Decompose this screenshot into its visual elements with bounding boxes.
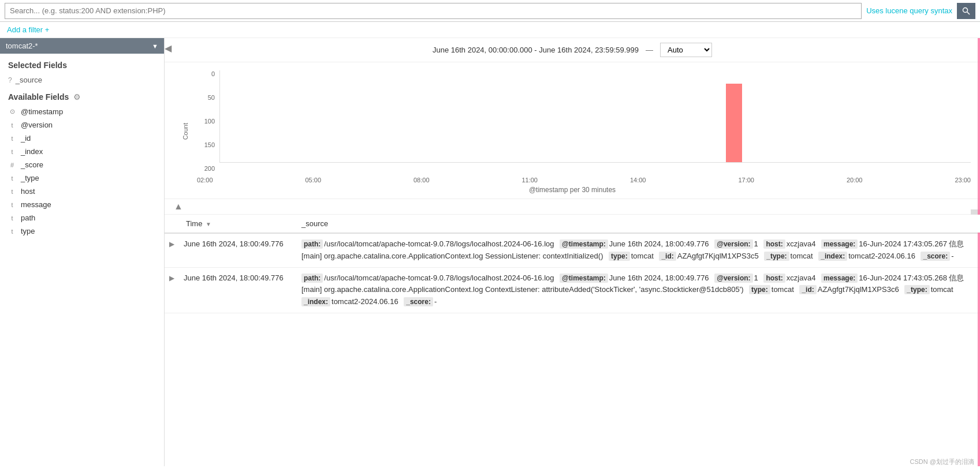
source-col-header: _source xyxy=(295,215,980,233)
field-label: @timestamp: xyxy=(560,239,608,249)
field-item-host[interactable]: thost xyxy=(0,185,164,198)
field-item-_index[interactable]: t_index xyxy=(0,145,164,158)
time-cell: June 16th 2024, 18:00:49.776 xyxy=(179,233,295,267)
lucene-link[interactable]: Uses lucene query syntax xyxy=(866,6,952,15)
field-label: _score: xyxy=(404,297,433,306)
field-type-badge: t xyxy=(8,122,16,129)
results-area[interactable]: Time ▼ _source ▶June 16th 2024, 18:00:49… xyxy=(165,215,980,466)
field-item-@timestamp[interactable]: ⊙@timestamp xyxy=(0,105,164,118)
field-label: @version: xyxy=(714,239,752,249)
field-value: tomcat2-2024.06.16 xyxy=(331,297,400,306)
chart-x-axis: 02:0005:0008:0011:0014:0017:0020:0023:00 xyxy=(197,174,971,183)
table-row: ▶June 16th 2024, 18:00:49.776path:/usr/l… xyxy=(165,233,980,267)
field-label: host: xyxy=(763,274,785,283)
fields-list: ⊙@timestampt@versiont_idt_index#_scoret_… xyxy=(0,105,164,238)
expand-row-button[interactable]: ▶ xyxy=(169,274,174,282)
available-fields-header: Available Fields ⚙ xyxy=(0,87,164,105)
time-col-header[interactable]: Time ▼ xyxy=(179,215,295,233)
field-value: AZAgfgt7KjqlM1XPS3c6 xyxy=(818,285,901,294)
field-value: /usr/local/tomcat/apache-tomcat-9.0.78/l… xyxy=(324,239,556,248)
y-axis-label: Count xyxy=(182,123,189,140)
svg-point-0 xyxy=(963,8,968,12)
source-cell: path:/usr/local/tomcat/apache-tomcat-9.0… xyxy=(295,233,980,267)
field-type-badge: ⊙ xyxy=(8,108,16,115)
main-layout: tomcat2-* ▼ Selected Fields ? _source Av… xyxy=(0,38,980,466)
expand-row-button[interactable]: ▶ xyxy=(169,240,174,248)
bar xyxy=(726,84,741,162)
field-value: 1 xyxy=(754,274,761,282)
field-label: @timestamp: xyxy=(560,274,608,283)
bar-column xyxy=(726,84,741,162)
x-axis-label: 23:00 xyxy=(955,177,971,183)
field-name-label: path xyxy=(21,213,35,222)
field-label: _index: xyxy=(818,252,847,261)
filter-bar: Add a filter + xyxy=(0,22,980,38)
watermark: CSDN @划过手的泪滴 xyxy=(910,458,974,466)
field-label: _score: xyxy=(921,252,950,261)
field-name-label: _type xyxy=(21,174,39,182)
field-value: xczjava4 xyxy=(787,239,818,248)
field-item-type[interactable]: ttype xyxy=(0,224,164,238)
search-input[interactable] xyxy=(5,3,862,19)
field-label: path: xyxy=(301,274,323,283)
field-value: tomcat2-2024.06.16 xyxy=(848,252,917,260)
source-cell: path:/usr/local/tomcat/apache-tomcat-9.0… xyxy=(295,267,980,313)
collapse-sidebar-button[interactable]: ◀ xyxy=(165,43,172,54)
expand-col-header xyxy=(165,215,179,233)
field-type-badge: # xyxy=(8,162,16,168)
field-value: tomcat xyxy=(791,252,815,260)
time-cell: June 16th 2024, 18:00:49.776 xyxy=(179,267,295,313)
add-filter-link[interactable]: Add a filter + xyxy=(7,25,49,34)
chart-bars-area xyxy=(219,70,971,163)
content-area: ◀ June 16th 2024, 00:00:00.000 - June 16… xyxy=(165,38,980,466)
field-type-badge: t xyxy=(8,188,16,195)
field-label: _type: xyxy=(764,252,789,261)
gear-icon[interactable]: ⚙ xyxy=(73,92,81,102)
collapse-histogram-button[interactable]: ▲ xyxy=(174,201,183,212)
field-name-label: @version xyxy=(21,121,53,129)
x-axis-label: 02:00 xyxy=(197,177,213,183)
field-item-_id[interactable]: t_id xyxy=(0,132,164,145)
index-name: tomcat2-* xyxy=(6,42,38,50)
field-value: tomcat xyxy=(931,285,953,294)
collapse-histogram-bar: ▲ xyxy=(165,199,980,215)
field-name-label: host xyxy=(21,187,35,196)
index-selector[interactable]: tomcat2-* ▼ xyxy=(0,38,164,54)
question-mark-icon: ? xyxy=(8,76,12,84)
search-button[interactable] xyxy=(957,3,975,19)
field-item-path[interactable]: tpath xyxy=(0,211,164,224)
source-field-item[interactable]: ? _source xyxy=(0,73,164,87)
field-label: _type: xyxy=(904,285,929,294)
svg-line-1 xyxy=(967,12,970,14)
field-name-label: type xyxy=(21,227,35,235)
x-axis-label: 20:00 xyxy=(847,177,863,183)
field-item-_type[interactable]: t_type xyxy=(0,171,164,185)
sort-icon: ▼ xyxy=(206,221,211,227)
x-axis-label: 14:00 xyxy=(630,177,646,183)
field-name-label: _index xyxy=(21,147,43,156)
field-value: June 16th 2024, 18:00:49.776 xyxy=(609,239,711,248)
x-axis-label: 17:00 xyxy=(738,177,754,183)
time-range-text: June 16th 2024, 00:00:00.000 - June 16th… xyxy=(433,46,639,54)
results-body: ▶June 16th 2024, 18:00:49.776path:/usr/l… xyxy=(165,233,980,313)
field-label: _index: xyxy=(301,297,330,306)
source-field-name: _source xyxy=(16,76,42,84)
field-item-_score[interactable]: #_score xyxy=(0,158,164,171)
field-label: type: xyxy=(609,252,630,261)
field-value: xczjava4 xyxy=(787,274,818,282)
interval-select[interactable]: Auto1s5s30s1m5m30m1h12h1d xyxy=(660,43,712,57)
time-range-bar: ◀ June 16th 2024, 00:00:00.000 - June 16… xyxy=(165,38,980,62)
field-value: tomcat xyxy=(631,252,656,260)
field-label: type: xyxy=(749,285,770,294)
dropdown-arrow-icon: ▼ xyxy=(152,43,158,50)
timestamp-label: @timestamp per 30 minutes xyxy=(174,183,971,198)
field-item-@version[interactable]: t@version xyxy=(0,118,164,132)
table-header: Time ▼ _source xyxy=(165,215,980,233)
field-label: message: xyxy=(821,239,858,249)
field-value: AZAgfgt7KjqlM1XPS3c5 xyxy=(677,252,761,260)
time-separator: — xyxy=(646,46,653,54)
histogram-container: Count 200 150 100 50 0 xyxy=(165,62,980,199)
field-label: @version: xyxy=(714,274,752,283)
field-item-message[interactable]: tmessage xyxy=(0,198,164,211)
field-label: _id: xyxy=(659,252,676,261)
